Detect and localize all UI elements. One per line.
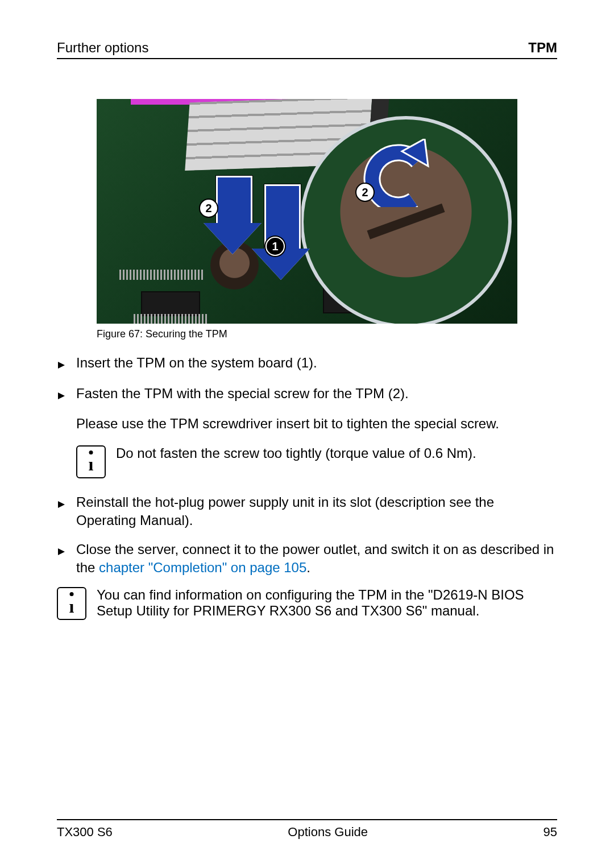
svg-marker-2 bbox=[58, 392, 65, 399]
step-item: Insert the TPM on the system board (1). bbox=[57, 354, 557, 374]
info-text: Do not fasten the screw too tightly (tor… bbox=[116, 445, 476, 478]
step-item: Fasten the TPM with the special screw fo… bbox=[57, 385, 557, 405]
info-icon: ı bbox=[57, 587, 86, 620]
info-callout: ı You can find information on configurin… bbox=[57, 587, 557, 620]
step-bullet-icon bbox=[57, 540, 68, 577]
header-topic: TPM bbox=[528, 40, 557, 56]
page-footer: TX300 S6 Options Guide 95 bbox=[57, 819, 557, 840]
arrow-down-icon bbox=[264, 184, 310, 280]
info-text: You can find information on configuring … bbox=[97, 587, 557, 620]
callout-marker: 1 bbox=[265, 237, 285, 256]
step-text: Insert the TPM on the system board (1). bbox=[76, 354, 317, 374]
step-item: Close the server, connect it to the powe… bbox=[57, 540, 557, 577]
figure-securing-tpm: 2 1 2 bbox=[97, 99, 517, 324]
footer-page-number: 95 bbox=[544, 825, 557, 840]
screw-slot bbox=[367, 204, 445, 239]
page-header: Further options TPM bbox=[57, 40, 557, 59]
arrow-down-icon bbox=[216, 176, 262, 254]
step-note: Please use the TPM screwdriver insert bi… bbox=[76, 416, 557, 432]
step-text: Reinstall the hot-plug power supply unit… bbox=[76, 493, 557, 530]
info-icon: ı bbox=[76, 445, 106, 478]
svg-marker-4 bbox=[58, 548, 65, 555]
step-text: Close the server, connect it to the powe… bbox=[76, 540, 557, 577]
step-bullet-icon bbox=[57, 493, 68, 530]
step-text: Fasten the TPM with the special screw fo… bbox=[76, 385, 409, 405]
svg-marker-3 bbox=[58, 501, 65, 508]
chip-pins bbox=[134, 314, 208, 324]
info-callout: ı Do not fasten the screw too tightly (t… bbox=[76, 445, 557, 478]
chip-pins bbox=[119, 270, 205, 280]
callout-marker: 2 bbox=[355, 183, 375, 202]
footer-model: TX300 S6 bbox=[57, 825, 113, 840]
ic-chip bbox=[142, 292, 199, 315]
svg-marker-1 bbox=[58, 362, 65, 369]
step-bullet-icon bbox=[57, 354, 68, 374]
callout-marker: 2 bbox=[199, 199, 218, 218]
step-item: Reinstall the hot-plug power supply unit… bbox=[57, 493, 557, 530]
footer-title: Options Guide bbox=[288, 825, 368, 840]
step-bullet-icon bbox=[57, 385, 68, 405]
link-completion-chapter[interactable]: chapter "Completion" on page 105 bbox=[99, 560, 306, 575]
figure-caption: Figure 67: Securing the TPM bbox=[97, 328, 517, 340]
header-section: Further options bbox=[57, 40, 148, 56]
